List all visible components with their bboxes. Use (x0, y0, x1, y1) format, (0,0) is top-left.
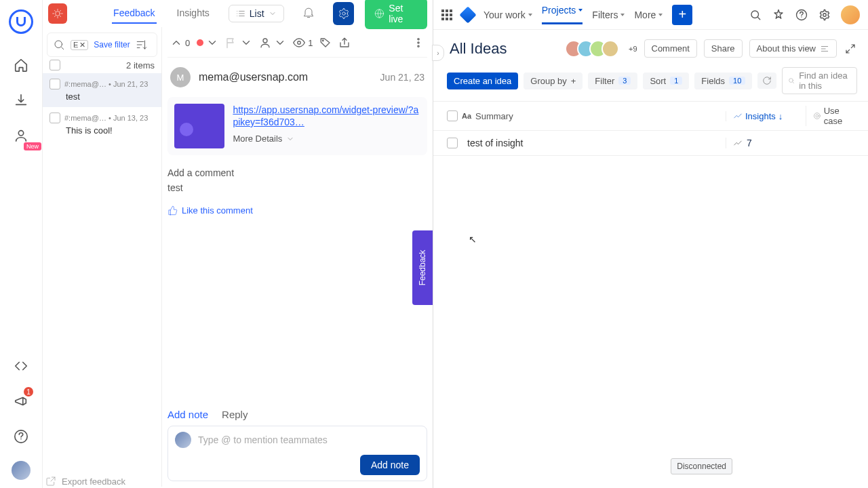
nav-your-work[interactable]: Your work (484, 9, 532, 20)
set-live-label: Set live (389, 3, 418, 24)
download-icon[interactable] (10, 89, 32, 111)
table-header: Aa Summary Insights↓ Use case (433, 101, 868, 131)
note-input[interactable]: Type @ to mention teammates Add note (167, 426, 427, 481)
list-item[interactable]: #:mema@… • Jun 21, 23 test (43, 73, 161, 107)
bell-icon[interactable] (302, 5, 315, 22)
attachment-link[interactable]: https://app.usersnap.com/widget-preview/… (233, 104, 418, 127)
tab-reply[interactable]: Reply (222, 406, 248, 423)
svg-point-5 (55, 41, 62, 48)
pane-collapse-button[interactable]: › (432, 45, 444, 61)
item-checkbox[interactable] (50, 113, 60, 123)
search-icon[interactable] (53, 39, 65, 51)
col-summary[interactable]: Summary (475, 111, 513, 121)
svg-point-17 (816, 115, 818, 117)
more-menu-button[interactable] (412, 37, 425, 49)
expand-icon[interactable] (844, 42, 857, 56)
about-view-button[interactable]: About this view (749, 39, 837, 58)
code-icon[interactable] (10, 355, 32, 377)
avatars-stack[interactable] (570, 40, 619, 58)
filter-chip[interactable]: Filter3 (588, 73, 637, 89)
sort-icon[interactable] (136, 39, 148, 51)
chevron-down-icon (240, 37, 252, 49)
like-comment-button[interactable]: Like this comment (167, 205, 427, 216)
user-icon[interactable]: New (10, 125, 32, 146)
nav-more[interactable]: More (634, 9, 663, 20)
author-email: mema@usersnap.com (199, 71, 308, 83)
flag-dropdown[interactable] (225, 37, 252, 49)
filter-chip[interactable]: E✕ (71, 40, 88, 50)
settings-button[interactable] (333, 2, 355, 25)
nav-up-button[interactable]: 0 (170, 37, 190, 49)
svg-point-9 (418, 39, 419, 40)
list-view-label: List (250, 8, 264, 19)
status-dropdown[interactable] (197, 37, 218, 49)
refresh-button[interactable] (757, 73, 776, 89)
chevron-down-icon (206, 37, 218, 49)
export-feedback[interactable]: Export feedback (43, 470, 161, 487)
comment-button[interactable]: Comment (644, 39, 697, 58)
group-by-chip[interactable]: Group by+ (524, 73, 583, 89)
note-placeholder: Type @ to mention teammates (198, 434, 328, 445)
jira-topbar: Your work Projects Filters More + (433, 0, 868, 30)
select-all-checkbox[interactable] (50, 60, 60, 70)
usersnap-logo-icon[interactable] (9, 9, 33, 34)
help-icon[interactable] (10, 426, 32, 447)
profile-avatar[interactable] (841, 5, 860, 24)
announce-count-badge: 1 (24, 387, 33, 396)
row-summary: test of insight (467, 138, 524, 148)
new-badge: New (24, 142, 41, 150)
row-insights[interactable]: 7 (726, 138, 806, 148)
table-row[interactable]: test of insight 7 (433, 131, 868, 156)
tab-add-note[interactable]: Add note (167, 406, 208, 423)
share-button[interactable] (338, 37, 351, 49)
tab-feedback[interactable]: Feedback (112, 3, 156, 24)
col-insights[interactable]: Insights↓ (726, 111, 806, 121)
svg-point-6 (263, 39, 267, 43)
tab-insights[interactable]: Insights (176, 3, 211, 24)
svg-point-3 (342, 12, 345, 16)
assignee-dropdown[interactable] (259, 37, 286, 49)
add-note-button[interactable]: Add note (360, 455, 420, 475)
home-icon[interactable] (10, 54, 32, 76)
search-icon[interactable] (749, 8, 762, 22)
views-count[interactable]: 1 (293, 37, 313, 49)
col-usecase[interactable]: Use case (806, 106, 854, 126)
feedback-detail: 0 1 M mema@usersnap.com Jun 21, 23 (162, 27, 433, 487)
item-body: test (66, 92, 155, 102)
svg-point-15 (789, 79, 793, 83)
nav-projects[interactable]: Projects (542, 5, 583, 24)
jira-logo-icon[interactable] (459, 6, 476, 23)
fields-chip[interactable]: Fields10 (694, 73, 752, 89)
avatars-more[interactable]: +9 (629, 45, 637, 53)
sort-chip[interactable]: Sort1 (643, 73, 689, 89)
set-live-button[interactable]: Set live (365, 0, 427, 29)
create-button[interactable]: + (672, 5, 692, 25)
detail-date: Jun 21, 23 (380, 72, 425, 83)
bug-icon[interactable] (48, 3, 67, 24)
nav-filters[interactable]: Filters (592, 9, 625, 20)
feedback-side-tab[interactable]: Feedback (412, 230, 433, 305)
create-idea-button[interactable]: Create an idea (447, 73, 518, 89)
save-filter-link[interactable]: Save filter (94, 40, 130, 49)
item-checkbox[interactable] (50, 79, 60, 89)
svg-point-10 (418, 42, 419, 43)
status-dot-icon (197, 39, 203, 46)
settings-icon[interactable] (818, 8, 831, 22)
row-checkbox[interactable] (447, 138, 458, 148)
attachment-card: https://app.usersnap.com/widget-preview/… (167, 97, 427, 155)
notifications-icon[interactable] (772, 8, 785, 22)
usersnap-main: Feedback Insights List Set live E✕ Save … (43, 0, 433, 488)
help-icon[interactable] (795, 8, 808, 22)
more-details-toggle[interactable]: More Details (233, 134, 420, 144)
disconnected-badge: Disconnected (671, 458, 732, 474)
screenshot-thumbnail[interactable] (174, 104, 224, 148)
app-switcher-icon[interactable] (441, 9, 452, 20)
announce-icon[interactable]: 1 (10, 390, 32, 412)
select-all-checkbox[interactable] (447, 110, 458, 121)
share-button[interactable]: Share (704, 39, 743, 58)
find-idea-input[interactable]: Find an idea in this (782, 67, 857, 94)
list-item[interactable]: #:mema@… • Jun 13, 23 This is cool! (43, 107, 161, 141)
list-view-button[interactable]: List (229, 5, 284, 22)
tag-button[interactable] (319, 37, 332, 49)
user-avatar[interactable] (12, 461, 31, 480)
